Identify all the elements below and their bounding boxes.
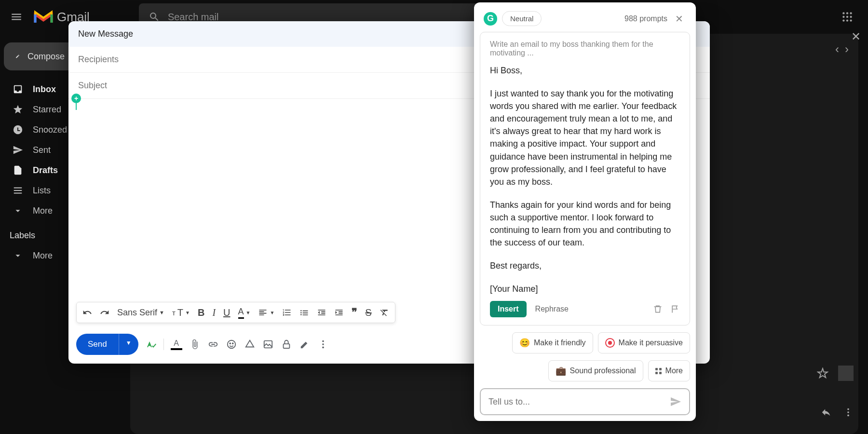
body-para-2: Thanks again for your kind words and for… <box>490 199 680 249</box>
numbered-list-icon[interactable] <box>282 308 292 317</box>
italic-icon[interactable]: I <box>212 307 216 318</box>
tone-chip[interactable]: Neutral <box>502 11 542 26</box>
chevron-down-icon <box>13 250 23 261</box>
svg-point-11 <box>847 415 849 417</box>
bullet-list-icon[interactable] <box>299 308 309 317</box>
grammarly-input-row[interactable] <box>480 388 690 415</box>
svg-point-12 <box>227 340 235 349</box>
next-message-icon[interactable]: › <box>845 42 849 56</box>
image-icon[interactable] <box>262 339 274 350</box>
svg-point-3 <box>842 16 844 18</box>
list-icon <box>13 185 23 196</box>
quote-icon[interactable]: ❞ <box>352 306 357 319</box>
spellcheck-icon[interactable] <box>145 339 157 350</box>
redo-icon[interactable] <box>100 308 109 317</box>
send-icon <box>13 145 23 155</box>
font-size-icon[interactable]: тT ▼ <box>172 307 190 318</box>
greeting-line: Hi Boss, <box>490 64 680 77</box>
chip-make-friendly[interactable]: 😊 Make it friendly <box>512 332 593 353</box>
grammarly-inline-icon[interactable]: + <box>71 94 81 103</box>
svg-point-5 <box>850 16 852 18</box>
briefcase-icon: 💼 <box>556 366 566 376</box>
align-icon[interactable]: ▼ <box>258 308 274 317</box>
sidebar-label: More <box>33 206 53 216</box>
format-toolbar: Sans Serif ▼ тT ▼ B I U A ▼ ▼ ❞ S <box>76 302 395 323</box>
rephrase-button[interactable]: Rephrase <box>535 305 569 313</box>
send-prompt-icon[interactable] <box>670 396 681 407</box>
divider <box>163 339 164 350</box>
svg-point-17 <box>322 340 324 342</box>
apps-grid-icon[interactable] <box>841 11 854 23</box>
name-line: [Your Name] <box>490 283 680 295</box>
svg-point-13 <box>230 343 231 344</box>
prompt-summary: Write an email to my boss thanking them … <box>490 40 680 57</box>
body-para-1: I just wanted to say thank you for the m… <box>490 87 680 188</box>
grammarly-close-icon[interactable]: ✕ <box>672 13 686 25</box>
svg-point-18 <box>322 343 324 345</box>
send-more-button[interactable]: ▼ <box>119 334 138 355</box>
svg-point-10 <box>847 411 849 413</box>
inbox-icon <box>13 84 23 95</box>
clear-format-icon[interactable] <box>380 308 389 317</box>
svg-point-4 <box>846 16 848 18</box>
sidebar-label: Lists <box>33 186 51 196</box>
emoji-icon[interactable] <box>226 339 237 350</box>
svg-point-0 <box>842 12 844 14</box>
target-icon <box>605 338 615 348</box>
link-icon[interactable] <box>207 339 219 350</box>
more-vert-icon[interactable] <box>843 407 854 418</box>
insert-button[interactable]: Insert <box>490 301 527 317</box>
underline-icon[interactable]: U <box>223 307 230 318</box>
text-color-icon[interactable]: A ▼ <box>238 307 251 319</box>
svg-point-6 <box>842 19 844 21</box>
signature-icon[interactable] <box>299 339 311 350</box>
chip-sound-professional[interactable]: 💼 Sound professional <box>548 360 643 381</box>
reply-icon[interactable] <box>821 407 831 418</box>
panel-close-icon[interactable]: ✕ <box>851 30 861 43</box>
chip-more[interactable]: More <box>648 360 690 381</box>
flag-icon[interactable] <box>670 304 680 314</box>
svg-point-1 <box>846 12 848 14</box>
trash-icon[interactable] <box>653 304 663 314</box>
indent-more-icon[interactable] <box>334 308 344 317</box>
svg-rect-16 <box>283 344 289 348</box>
chevron-down-icon <box>13 205 23 216</box>
clock-icon <box>13 124 23 135</box>
star-icon[interactable] <box>817 367 828 379</box>
send-button[interactable]: Send <box>76 334 119 355</box>
svg-point-14 <box>232 343 233 344</box>
pencil-icon <box>15 51 20 62</box>
main-menu-icon[interactable] <box>5 5 28 28</box>
drive-icon[interactable] <box>244 339 256 350</box>
compose-button[interactable]: Compose <box>4 42 76 70</box>
sidebar-label: Sent <box>33 145 51 155</box>
font-select[interactable]: Sans Serif ▼ <box>117 308 164 318</box>
action-box[interactable] <box>838 366 854 381</box>
subject-placeholder: Subject <box>78 81 107 90</box>
prompts-count[interactable]: 988 prompts <box>624 14 667 23</box>
svg-point-7 <box>846 19 848 21</box>
send-button-group: Send ▼ <box>76 334 138 355</box>
file-icon <box>13 165 23 176</box>
grammarly-logo-icon: G <box>484 12 497 26</box>
indent-less-icon[interactable] <box>317 308 326 317</box>
compose-label: Compose <box>27 52 65 62</box>
sidebar-label: Inbox <box>33 84 56 95</box>
more-options-icon[interactable] <box>317 339 329 350</box>
star-icon <box>13 104 23 115</box>
grammarly-panel: G Neutral 988 prompts ✕ Write an email t… <box>474 2 696 421</box>
undo-icon[interactable] <box>82 308 92 317</box>
prev-message-icon[interactable]: ‹ <box>835 42 839 56</box>
smile-emoji-icon: 😊 <box>519 338 530 348</box>
svg-point-9 <box>847 408 849 410</box>
grammarly-input[interactable] <box>488 397 670 407</box>
sidebar-label: Snoozed <box>33 125 67 135</box>
svg-point-8 <box>850 19 852 21</box>
bold-icon[interactable]: B <box>198 307 204 318</box>
confidential-icon[interactable] <box>281 339 292 350</box>
attach-icon[interactable] <box>189 339 201 350</box>
strikethrough-icon[interactable]: S <box>365 307 371 318</box>
format-text-icon[interactable]: A <box>171 339 182 350</box>
svg-point-19 <box>322 347 324 349</box>
chip-make-persuasive[interactable]: Make it persuasive <box>598 332 690 353</box>
